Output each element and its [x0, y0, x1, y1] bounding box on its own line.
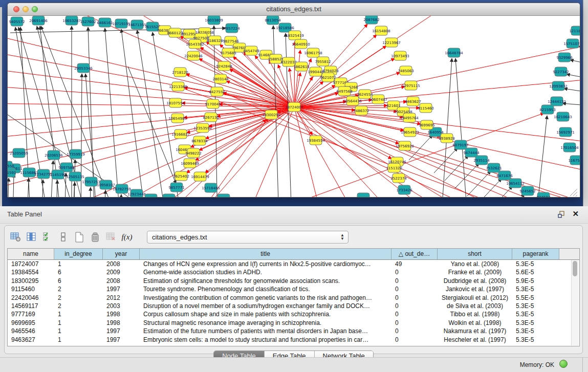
float-panel-icon[interactable]: [557, 210, 565, 218]
graph-node[interactable]: 9227342: [553, 67, 569, 76]
graph-node[interactable]: 9170045: [205, 99, 221, 108]
graph-node[interactable]: 1211854: [569, 26, 580, 35]
graph-node[interactable]: 12213369: [169, 82, 187, 91]
graph-node[interactable]: 7857224: [224, 24, 240, 33]
graph-node[interactable]: [163, 194, 175, 197]
graph-node[interactable]: 2522374: [390, 173, 407, 183]
graph-node[interactable]: 19166827: [171, 129, 190, 139]
table-options-icon[interactable]: [9, 230, 23, 244]
graph-node[interactable]: 20691406: [29, 16, 48, 25]
graph-node[interactable]: 12444132: [548, 97, 566, 106]
graph-node[interactable]: 20206536: [45, 150, 63, 160]
table-row[interactable]: 1456911722003Disruption of a novel membe…: [8, 302, 579, 310]
graph-node[interactable]: 12353594: [193, 123, 212, 133]
graph-node[interactable]: 9463627: [405, 97, 421, 106]
column-header-in_degree[interactable]: in_degree: [54, 249, 103, 259]
graph-node[interactable]: 1167533: [568, 156, 580, 165]
graph-node[interactable]: 7625402: [173, 171, 189, 181]
graph-node[interactable]: 16210643: [554, 112, 572, 121]
graph-node[interactable]: 7486372: [353, 106, 369, 115]
graph-node[interactable]: 9699695: [419, 120, 434, 129]
graph-node[interactable]: 8215953: [539, 105, 555, 114]
graph-node[interactable]: [217, 194, 230, 197]
table-row[interactable]: 1938455462009Genome-wide association stu…: [8, 268, 579, 276]
delete-table-icon[interactable]: [104, 230, 118, 244]
graph-node[interactable]: 9857771: [168, 183, 184, 192]
show-columns-icon[interactable]: [25, 230, 39, 244]
graph-node[interactable]: 9175685: [220, 48, 236, 57]
graph-node[interactable]: 7955812: [315, 57, 331, 66]
graph-node[interactable]: 924504: [537, 192, 551, 197]
graph-node[interactable]: 10653287: [62, 16, 81, 25]
graph-node[interactable]: 18107554: [166, 98, 185, 107]
table-row[interactable]: 977716911998Corpus callosum shape and si…: [8, 310, 579, 318]
graph-node[interactable]: 19384554: [307, 136, 325, 145]
graph-node[interactable]: 12975115: [402, 81, 420, 90]
graph-node[interactable]: 8660123: [167, 28, 183, 37]
graph-node[interactable]: 2935114: [473, 156, 490, 165]
graph-node[interactable]: 8938928: [439, 134, 454, 143]
graph-node[interactable]: 17359919: [67, 149, 85, 159]
table-selector-dropdown[interactable]: citations_edges.txt▲▼: [147, 231, 349, 244]
graph-node[interactable]: 2803144: [212, 74, 229, 83]
graph-node[interactable]: 6497568: [336, 86, 352, 96]
graph-node[interactable]: 19756928: [396, 141, 414, 150]
graph-node[interactable]: 9242848: [216, 61, 232, 71]
graph-node[interactable]: 6466161: [97, 18, 113, 27]
table-row[interactable]: 2242004622012Investigating the contribut…: [8, 294, 579, 302]
delete-column-icon[interactable]: [88, 230, 102, 244]
graph-node[interactable]: 9245652: [519, 186, 535, 195]
graph-node[interactable]: 15718485: [202, 183, 220, 192]
graph-node[interactable]: 16033809: [205, 16, 223, 25]
graph-node[interactable]: 16961758: [304, 48, 322, 57]
row-height-icon[interactable]: [56, 230, 71, 244]
graph-node[interactable]: 1151320: [386, 163, 402, 172]
graph-node[interactable]: 1527602: [80, 17, 96, 26]
graph-node[interactable]: 15692971: [556, 127, 575, 137]
select-columns-icon[interactable]: [40, 230, 55, 244]
network-canvas[interactable]: 9405572206914061065328715276026466161107…: [8, 16, 580, 197]
graph-node[interactable]: 9115460: [418, 103, 433, 113]
graph-node[interactable]: 17016504: [560, 143, 579, 152]
function-builder-icon[interactable]: f(x): [120, 230, 134, 244]
graph-node[interactable]: 15751074: [563, 39, 580, 48]
table-scrollbar-thumb[interactable]: [573, 261, 577, 276]
graph-node[interactable]: 10654983: [168, 114, 187, 123]
column-header-year[interactable]: year: [103, 249, 140, 259]
graph-node[interactable]: 9498222: [185, 148, 201, 158]
graph-node[interactable]: 16154808: [372, 26, 390, 35]
graph-node[interactable]: 19654923: [401, 127, 419, 137]
column-header-title[interactable]: title: [140, 249, 391, 259]
column-header-pagerank[interactable]: pagerank: [512, 249, 559, 259]
graph-node[interactable]: 16648784: [445, 48, 463, 57]
graph-node[interactable]: 2087682: [363, 16, 379, 24]
graph-node[interactable]: 20053346: [74, 63, 93, 73]
graph-node[interactable]: 2718120: [172, 68, 188, 77]
graph-node[interactable]: 7485063: [398, 66, 413, 75]
table-row[interactable]: 946362711997Embryonic stem cells: a mode…: [8, 336, 579, 344]
graph-node[interactable]: 1733426: [396, 185, 412, 194]
graph-node[interactable]: 9405572: [9, 17, 25, 26]
graph-node[interactable]: 14671355: [128, 20, 146, 29]
table-row[interactable]: 969969511998Structural magnetic resonanc…: [8, 319, 579, 327]
graph-node[interactable]: 12213967: [382, 38, 401, 47]
graph-node[interactable]: 8186328: [207, 36, 223, 45]
graph-node[interactable]: 9329966: [556, 53, 573, 62]
new-column-icon[interactable]: [72, 230, 86, 244]
graph-node[interactable]: 8267130: [203, 113, 219, 122]
table-scrollbar[interactable]: [571, 260, 579, 345]
table-row[interactable]: 1872400712008Changes of HCN gene express…: [8, 260, 579, 268]
graph-node[interactable]: 8427552: [209, 87, 225, 96]
graph-node[interactable]: 1862615: [293, 62, 309, 71]
network-window-titlebar[interactable]: citations_edges.txt: [8, 3, 580, 16]
column-header-short[interactable]: short: [438, 249, 512, 259]
graph-node[interactable]: [357, 193, 369, 197]
graph-node[interactable]: 8813054: [265, 16, 281, 25]
table-row[interactable]: 1830029562008Estimation of significance …: [8, 277, 579, 285]
column-header-name[interactable]: name: [8, 249, 54, 259]
graph-node[interactable]: 1145190: [50, 170, 66, 179]
graph-node[interactable]: 1990448: [308, 67, 323, 76]
window-resize-grip[interactable]: [570, 189, 577, 196]
column-header-out_degree[interactable]: △ out_de…: [391, 249, 438, 259]
memory-status-indicator[interactable]: [559, 360, 568, 368]
